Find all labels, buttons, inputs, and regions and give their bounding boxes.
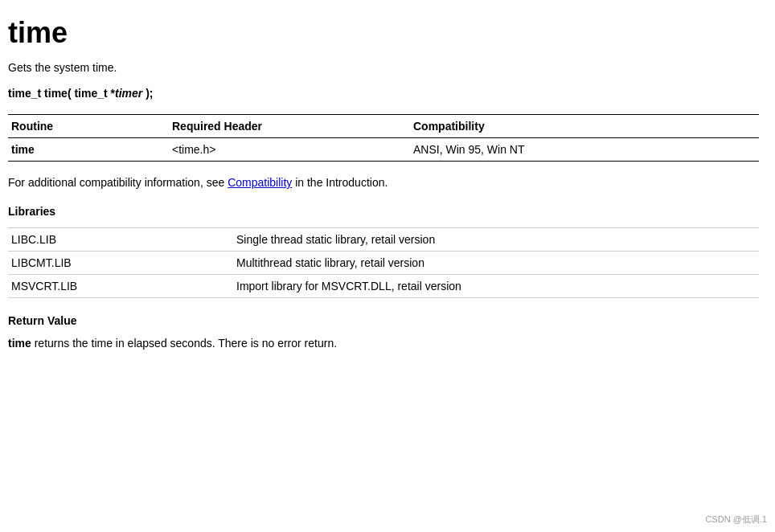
compatibility-link[interactable]: Compatibility <box>228 176 292 189</box>
list-item: MSVCRT.LIB Import library for MSVCRT.DLL… <box>8 275 759 298</box>
list-item: LIBC.LIB Single thread static library, r… <box>8 228 759 252</box>
col-header-required-header: Required Header <box>169 115 410 138</box>
return-type: time_t time( time_t *timer ); <box>8 87 154 100</box>
lib-description: Import library for MSVCRT.DLL, retail ve… <box>233 275 759 298</box>
lib-name: LIBCMT.LIB <box>8 252 233 275</box>
lib-description: Single thread static library, retail ver… <box>233 228 759 252</box>
compatibility-value: ANSI, Win 95, Win NT <box>410 138 759 162</box>
compat-notice: For additional compatibility information… <box>8 176 759 189</box>
return-value-text: returns the time in elapsed seconds. The… <box>31 337 337 350</box>
col-header-compatibility: Compatibility <box>410 115 759 138</box>
watermark: CSDN @低调.1 <box>705 514 767 526</box>
required-header-value: <time.h> <box>169 138 410 162</box>
function-signature: time_t time( time_t *timer ); <box>8 87 759 100</box>
compat-notice-suffix: in the Introduction. <box>292 176 388 189</box>
lib-description: Multithread static library, retail versi… <box>233 252 759 275</box>
routine-name: time <box>8 138 169 162</box>
page-title: time <box>8 16 759 50</box>
lib-name: MSVCRT.LIB <box>8 275 233 298</box>
col-header-routine: Routine <box>8 115 169 138</box>
libraries-table: LIBC.LIB Single thread static library, r… <box>8 227 759 298</box>
lib-name: LIBC.LIB <box>8 228 233 252</box>
libraries-section-title: Libraries <box>8 205 759 218</box>
return-value-title: Return Value <box>8 314 759 327</box>
return-value-function-name: time <box>8 337 31 350</box>
compat-notice-prefix: For additional compatibility information… <box>8 176 228 189</box>
return-value-description: time returns the time in elapsed seconds… <box>8 337 759 350</box>
table-row: time <time.h> ANSI, Win 95, Win NT <box>8 138 759 162</box>
list-item: LIBCMT.LIB Multithread static library, r… <box>8 252 759 275</box>
description: Gets the system time. <box>8 61 759 74</box>
compatibility-table: Routine Required Header Compatibility ti… <box>8 114 759 162</box>
